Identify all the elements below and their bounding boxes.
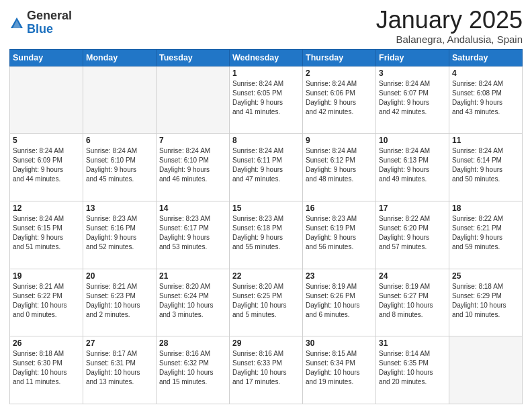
calendar-cell: 21Sunrise: 8:20 AM Sunset: 6:24 PM Dayli… bbox=[157, 269, 230, 336]
day-info: Sunrise: 8:24 AM Sunset: 6:15 PM Dayligh… bbox=[13, 214, 80, 252]
day-number: 19 bbox=[13, 271, 80, 281]
day-info: Sunrise: 8:24 AM Sunset: 6:10 PM Dayligh… bbox=[159, 146, 226, 184]
logo: General Blue bbox=[9, 9, 72, 36]
calendar-cell: 16Sunrise: 8:23 AM Sunset: 6:19 PM Dayli… bbox=[303, 201, 376, 269]
calendar-week-row: 5Sunrise: 8:24 AM Sunset: 6:09 PM Daylig… bbox=[10, 134, 523, 201]
day-number: 25 bbox=[452, 271, 519, 281]
logo-text: General Blue bbox=[27, 9, 72, 36]
day-number: 11 bbox=[452, 136, 519, 145]
day-number: 27 bbox=[86, 338, 153, 348]
calendar-cell: 2Sunrise: 8:24 AM Sunset: 6:06 PM Daylig… bbox=[303, 66, 376, 134]
day-info: Sunrise: 8:19 AM Sunset: 6:27 PM Dayligh… bbox=[379, 282, 446, 320]
weekday-header-row: SundayMondayTuesdayWednesdayThursdayFrid… bbox=[10, 49, 523, 66]
day-number: 30 bbox=[306, 338, 373, 348]
day-number: 6 bbox=[86, 136, 153, 145]
day-info: Sunrise: 8:23 AM Sunset: 6:19 PM Dayligh… bbox=[306, 214, 373, 252]
day-number: 10 bbox=[379, 136, 446, 145]
day-info: Sunrise: 8:22 AM Sunset: 6:20 PM Dayligh… bbox=[379, 214, 446, 252]
calendar-cell: 12Sunrise: 8:24 AM Sunset: 6:15 PM Dayli… bbox=[10, 201, 83, 269]
day-info: Sunrise: 8:23 AM Sunset: 6:17 PM Dayligh… bbox=[159, 214, 226, 252]
day-number: 17 bbox=[379, 203, 446, 213]
day-info: Sunrise: 8:24 AM Sunset: 6:14 PM Dayligh… bbox=[452, 146, 519, 184]
calendar-cell: 25Sunrise: 8:18 AM Sunset: 6:29 PM Dayli… bbox=[449, 269, 523, 336]
logo-blue-text: Blue bbox=[27, 23, 72, 36]
day-number: 15 bbox=[232, 203, 300, 213]
day-info: Sunrise: 8:20 AM Sunset: 6:25 PM Dayligh… bbox=[232, 282, 300, 320]
day-number: 8 bbox=[232, 136, 300, 145]
calendar-cell: 18Sunrise: 8:22 AM Sunset: 6:21 PM Dayli… bbox=[449, 201, 523, 269]
day-info: Sunrise: 8:21 AM Sunset: 6:22 PM Dayligh… bbox=[13, 282, 80, 320]
day-info: Sunrise: 8:14 AM Sunset: 6:35 PM Dayligh… bbox=[379, 349, 446, 387]
day-number: 18 bbox=[452, 203, 519, 213]
day-info: Sunrise: 8:22 AM Sunset: 6:21 PM Dayligh… bbox=[452, 214, 519, 252]
calendar-cell: 9Sunrise: 8:24 AM Sunset: 6:12 PM Daylig… bbox=[303, 134, 376, 201]
calendar-table: SundayMondayTuesdayWednesdayThursdayFrid… bbox=[9, 49, 523, 404]
day-number: 21 bbox=[159, 271, 226, 281]
day-number: 3 bbox=[379, 68, 446, 78]
day-info: Sunrise: 8:18 AM Sunset: 6:29 PM Dayligh… bbox=[452, 282, 519, 320]
day-info: Sunrise: 8:24 AM Sunset: 6:08 PM Dayligh… bbox=[452, 79, 519, 117]
calendar-cell: 30Sunrise: 8:15 AM Sunset: 6:34 PM Dayli… bbox=[303, 336, 376, 404]
day-number: 16 bbox=[306, 203, 373, 213]
day-info: Sunrise: 8:24 AM Sunset: 6:11 PM Dayligh… bbox=[232, 146, 300, 184]
calendar-cell: 4Sunrise: 8:24 AM Sunset: 6:08 PM Daylig… bbox=[449, 66, 523, 134]
calendar-cell: 26Sunrise: 8:18 AM Sunset: 6:30 PM Dayli… bbox=[10, 336, 83, 404]
day-number: 2 bbox=[306, 68, 373, 78]
calendar-cell: 3Sunrise: 8:24 AM Sunset: 6:07 PM Daylig… bbox=[376, 66, 449, 134]
weekday-header: Thursday bbox=[303, 49, 376, 66]
day-info: Sunrise: 8:23 AM Sunset: 6:16 PM Dayligh… bbox=[86, 214, 153, 252]
day-number: 14 bbox=[159, 203, 226, 213]
calendar-cell: 13Sunrise: 8:23 AM Sunset: 6:16 PM Dayli… bbox=[83, 201, 157, 269]
day-number: 31 bbox=[379, 338, 446, 348]
day-info: Sunrise: 8:23 AM Sunset: 6:18 PM Dayligh… bbox=[232, 214, 300, 252]
weekday-header: Tuesday bbox=[157, 49, 230, 66]
month-title: January 2025 bbox=[376, 7, 523, 34]
calendar-week-row: 12Sunrise: 8:24 AM Sunset: 6:15 PM Dayli… bbox=[10, 201, 523, 269]
calendar-cell: 11Sunrise: 8:24 AM Sunset: 6:14 PM Dayli… bbox=[449, 134, 523, 201]
day-number: 23 bbox=[306, 271, 373, 281]
calendar-cell: 24Sunrise: 8:19 AM Sunset: 6:27 PM Dayli… bbox=[376, 269, 449, 336]
calendar-cell: 8Sunrise: 8:24 AM Sunset: 6:11 PM Daylig… bbox=[230, 134, 303, 201]
day-number: 28 bbox=[159, 338, 226, 348]
day-info: Sunrise: 8:16 AM Sunset: 6:33 PM Dayligh… bbox=[232, 349, 300, 387]
calendar-cell: 5Sunrise: 8:24 AM Sunset: 6:09 PM Daylig… bbox=[10, 134, 83, 201]
calendar-cell bbox=[83, 66, 157, 134]
calendar-week-row: 26Sunrise: 8:18 AM Sunset: 6:30 PM Dayli… bbox=[10, 336, 523, 404]
calendar-cell: 29Sunrise: 8:16 AM Sunset: 6:33 PM Dayli… bbox=[230, 336, 303, 404]
calendar-cell: 6Sunrise: 8:24 AM Sunset: 6:10 PM Daylig… bbox=[83, 134, 157, 201]
calendar-cell bbox=[449, 336, 523, 404]
day-number: 13 bbox=[86, 203, 153, 213]
weekday-header: Wednesday bbox=[230, 49, 303, 66]
logo-general-text: General bbox=[27, 9, 72, 23]
header: General Blue January 2025 Balanegra, And… bbox=[9, 7, 523, 45]
calendar-cell: 15Sunrise: 8:23 AM Sunset: 6:18 PM Dayli… bbox=[230, 201, 303, 269]
calendar-cell bbox=[10, 66, 83, 134]
day-number: 20 bbox=[86, 271, 153, 281]
day-info: Sunrise: 8:17 AM Sunset: 6:31 PM Dayligh… bbox=[86, 349, 153, 387]
calendar-week-row: 1Sunrise: 8:24 AM Sunset: 6:05 PM Daylig… bbox=[10, 66, 523, 134]
day-info: Sunrise: 8:24 AM Sunset: 6:12 PM Dayligh… bbox=[306, 146, 373, 184]
day-number: 7 bbox=[159, 136, 226, 145]
day-info: Sunrise: 8:24 AM Sunset: 6:06 PM Dayligh… bbox=[306, 79, 373, 117]
calendar-cell: 7Sunrise: 8:24 AM Sunset: 6:10 PM Daylig… bbox=[157, 134, 230, 201]
day-info: Sunrise: 8:19 AM Sunset: 6:26 PM Dayligh… bbox=[306, 282, 373, 320]
calendar-cell: 31Sunrise: 8:14 AM Sunset: 6:35 PM Dayli… bbox=[376, 336, 449, 404]
calendar-cell: 14Sunrise: 8:23 AM Sunset: 6:17 PM Dayli… bbox=[157, 201, 230, 269]
calendar-cell: 20Sunrise: 8:21 AM Sunset: 6:23 PM Dayli… bbox=[83, 269, 157, 336]
title-block: January 2025 Balanegra, Andalusia, Spain bbox=[376, 7, 523, 45]
day-info: Sunrise: 8:24 AM Sunset: 6:09 PM Dayligh… bbox=[13, 146, 80, 184]
day-number: 1 bbox=[232, 68, 300, 78]
weekday-header: Monday bbox=[83, 49, 157, 66]
day-info: Sunrise: 8:16 AM Sunset: 6:32 PM Dayligh… bbox=[159, 349, 226, 387]
location: Balanegra, Andalusia, Spain bbox=[376, 34, 523, 45]
day-info: Sunrise: 8:24 AM Sunset: 6:13 PM Dayligh… bbox=[379, 146, 446, 184]
calendar-cell: 19Sunrise: 8:21 AM Sunset: 6:22 PM Dayli… bbox=[10, 269, 83, 336]
day-info: Sunrise: 8:20 AM Sunset: 6:24 PM Dayligh… bbox=[159, 282, 226, 320]
weekday-header: Friday bbox=[376, 49, 449, 66]
calendar-cell bbox=[157, 66, 230, 134]
day-number: 9 bbox=[306, 136, 373, 145]
weekday-header: Sunday bbox=[10, 49, 83, 66]
logo-icon bbox=[9, 16, 24, 31]
calendar-cell: 10Sunrise: 8:24 AM Sunset: 6:13 PM Dayli… bbox=[376, 134, 449, 201]
day-number: 26 bbox=[13, 338, 80, 348]
